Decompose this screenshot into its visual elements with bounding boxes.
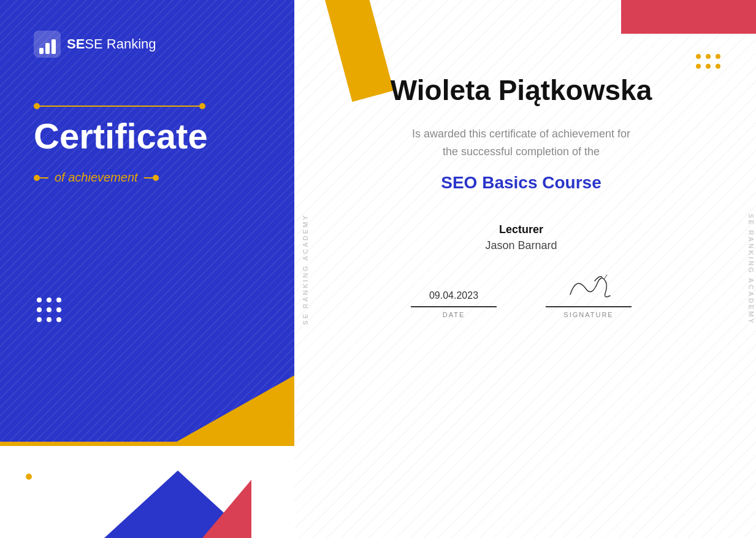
line-amber [40,106,199,107]
dot-right-2 [153,175,159,181]
achievement-text: of achievement [48,171,144,185]
signature-image [546,271,632,307]
vertical-text-right: SE RANKING ACADEMY [747,213,755,325]
date-value: 09.04.2023 [411,290,497,307]
recipient-name: Wioleta Piątkowska [331,74,711,107]
dot-left-2 [34,175,40,181]
red-triangle-bottom [202,480,251,538]
dot-left [34,103,40,109]
dots-bottom-left [37,298,61,322]
signature-area: 09.04.2023 DATE SIGNATURE [331,271,711,318]
date-block: 09.04.2023 DATE [411,290,497,318]
line-right [144,177,153,179]
line-left [40,177,48,179]
bar-icon [39,48,44,54]
signature-block: SIGNATURE [546,271,632,318]
date-label: DATE [411,311,497,318]
deco-line-top [34,103,205,109]
awarded-text: Is awarded this certificate of achieveme… [405,125,638,161]
logo-text-suffix: SE Ranking [85,36,156,52]
lecturer-section: Lecturer Jason Barnard [331,223,711,252]
signature-label: SIGNATURE [546,311,632,318]
lecturer-name: Jason Barnard [331,239,711,252]
logo-text: SESE Ranking [67,36,156,52]
main-content: Wioleta Piątkowska Is awarded this certi… [331,74,711,318]
dots-top-right [696,54,720,69]
signature-svg [558,270,619,304]
certificate: SESE Ranking Certificate of achievement [0,0,756,538]
logo-area: SESE Ranking [34,31,156,58]
left-panel: SESE Ranking Certificate of achievement [0,0,294,442]
bar-icon [45,43,50,54]
red-rect-top [621,0,756,34]
bar-icon [52,39,56,54]
course-name: SEO Basics Course [331,173,711,193]
achievement-line: of achievement [34,171,236,185]
logo-icon [34,31,61,58]
vertical-text-left: SE RANKING ACADEMY [302,213,309,325]
dot-amber-corner [26,474,32,480]
lecturer-label: Lecturer [331,223,711,236]
dot-right [199,103,205,109]
certificate-title: Certificate [34,117,230,156]
